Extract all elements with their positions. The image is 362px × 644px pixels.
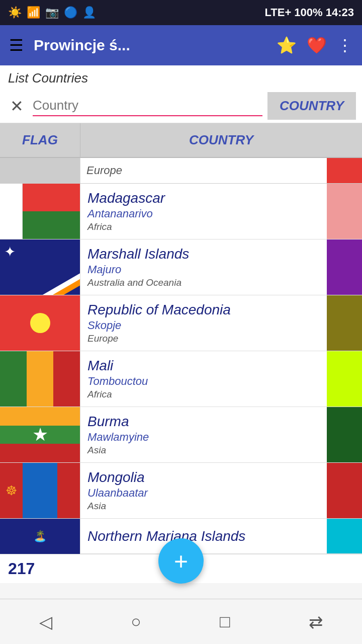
status-bar: ☀️ 📶 📷 🔵 👤 LTE+ 100% 14:23 (0, 0, 362, 25)
country-name: Mongolia (87, 469, 320, 486)
app-bar: ☰ Prowincje ś... ⭐ ❤️ ⋮ (0, 25, 362, 65)
country-info-mali: Mali Tombouctou Africa (80, 351, 327, 407)
user-icon: 👤 (82, 6, 96, 19)
flag-cell-mali (0, 351, 80, 407)
partial-flag-cell (0, 158, 80, 183)
flag-symbol: 🏝️ (33, 530, 47, 543)
flag-column-header[interactable]: FLAG (0, 123, 80, 157)
list-item[interactable]: Mali Tombouctou Africa (0, 351, 362, 407)
country-info-macedonia: Republic of Macedonia Skopje Europe (80, 295, 327, 351)
country-continent: Australia and Oceania (87, 277, 320, 288)
country-filter-button[interactable]: COUNTRY (267, 92, 356, 120)
color-indicator (327, 184, 362, 239)
country-name: Madagascar (87, 190, 320, 206)
flag-sun (30, 313, 50, 333)
country-capital: Majuro (87, 263, 320, 276)
flag-red-left: ☸ (0, 463, 23, 518)
country-continent: Asia (87, 445, 320, 456)
back-button[interactable]: ◁ (34, 607, 57, 637)
country-capital: Ulaanbaatar (87, 487, 320, 500)
country-capital: Skopje (87, 319, 320, 332)
country-name: Mali (87, 358, 320, 374)
country-name: Burma (87, 414, 320, 430)
country-name: Republic of Macedonia (87, 302, 320, 318)
flag-cell-burma: ★ (0, 407, 80, 462)
country-continent: Europe (87, 333, 320, 344)
list-item[interactable]: ★ Burma Mawlamyine Asia (0, 407, 362, 463)
star-icon[interactable]: ⭐ (277, 36, 297, 55)
country-capital: Tombouctou (87, 375, 320, 388)
soyombo-symbol: ☸ (6, 483, 17, 499)
list-item[interactable]: ☸ Mongolia Ulaanbaatar Asia (0, 463, 362, 519)
color-indicator (327, 463, 362, 518)
flag-blue (23, 463, 57, 518)
list-countries-header: List Countries (0, 65, 362, 89)
menu-icon[interactable]: ☰ (9, 36, 24, 55)
app-title: Prowincje ś... (34, 37, 266, 54)
status-right: LTE+ 100% 14:23 (264, 6, 354, 19)
flag-cell-madagascar (0, 184, 80, 239)
color-indicator (327, 295, 362, 351)
country-capital: Antananarivo (87, 207, 320, 220)
flag-red-right (57, 463, 80, 518)
flag-red-stripe (23, 184, 80, 211)
color-indicator (327, 407, 362, 462)
wifi-icon: 📶 (27, 6, 40, 19)
clear-button[interactable]: ✕ (6, 95, 28, 118)
flag-green (0, 351, 27, 407)
list-item[interactable]: Madagascar Antananarivo Africa (0, 184, 362, 239)
partial-europe-row: Europe (0, 158, 362, 184)
flag-white-stripe (0, 184, 23, 239)
fab-plus-icon: + (174, 547, 188, 575)
app-bar-actions: ⭐ ❤️ ⋮ (277, 36, 353, 55)
heart-icon[interactable]: ❤️ (307, 36, 327, 55)
search-row: ✕ COUNTRY (0, 89, 362, 123)
home-button[interactable]: ○ (126, 607, 146, 636)
flag-nmi: 🏝️ (0, 519, 80, 554)
flag-right (23, 184, 80, 239)
country-continent: Africa (87, 221, 320, 232)
country-info-mongolia: Mongolia Ulaanbaatar Asia (80, 463, 327, 518)
partial-color-indicator (327, 158, 362, 183)
search-input[interactable] (33, 96, 262, 116)
country-name: Northern Mariana Islands (87, 528, 320, 544)
flag-yellow (0, 407, 80, 426)
partial-continent: Europe (86, 164, 122, 177)
status-text: LTE+ 100% 14:23 (264, 6, 354, 19)
fab-add-button[interactable]: + (158, 538, 204, 584)
country-capital: Mawlamyine (87, 431, 320, 444)
flag-star: ✦ (4, 244, 16, 260)
flag-star: ★ (32, 424, 48, 445)
flag-cell-nmi: 🏝️ (0, 519, 80, 554)
country-continent: Africa (87, 389, 320, 400)
country-info-madagascar: Madagascar Antananarivo Africa (80, 184, 327, 239)
bluetooth-icon: 🔵 (64, 6, 77, 19)
flag-cell-mongolia: ☸ (0, 463, 80, 518)
country-column-header[interactable]: COUNTRY (80, 123, 362, 157)
country-continent: Asia (87, 501, 320, 512)
partial-country-info: Europe (80, 161, 327, 180)
list-item[interactable]: Republic of Macedonia Skopje Europe (0, 295, 362, 351)
flag-red (53, 351, 80, 407)
status-left-icons: ☀️ 📶 📷 🔵 👤 (8, 6, 96, 19)
notification-icon: ☀️ (8, 6, 22, 19)
camera-icon: 📷 (45, 6, 59, 19)
bottom-nav: ◁ ○ □ ⇄ (0, 599, 362, 644)
country-info-nmi: Northern Mariana Islands (80, 519, 327, 553)
list-item[interactable]: ✦ Marshall Islands Majuro Australia and … (0, 239, 362, 295)
flag-cell-macedonia (0, 295, 80, 351)
share-button[interactable]: ⇄ (304, 607, 328, 637)
country-info-marshall: Marshall Islands Majuro Australia and Oc… (80, 239, 327, 295)
country-info-burma: Burma Mawlamyine Asia (80, 407, 327, 462)
color-indicator (327, 239, 362, 295)
country-name: Marshall Islands (87, 246, 320, 262)
more-icon[interactable]: ⋮ (337, 36, 353, 55)
flag-green-stripe (23, 211, 80, 239)
recents-button[interactable]: □ (215, 607, 235, 636)
color-indicator (327, 519, 362, 553)
color-indicator (327, 351, 362, 407)
flag-yellow (27, 351, 53, 407)
column-headers: FLAG COUNTRY (0, 123, 362, 158)
flag-red (0, 444, 80, 462)
flag-cell-marshall: ✦ (0, 239, 80, 295)
